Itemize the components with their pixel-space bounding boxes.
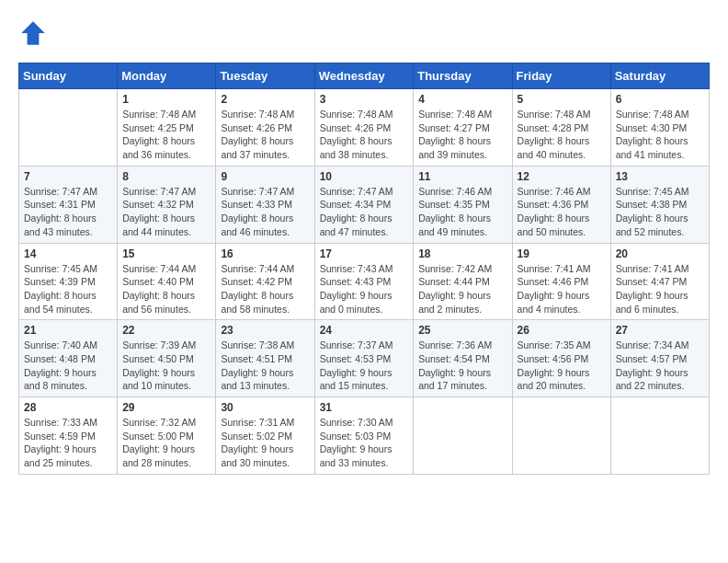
calendar-cell: 23Sunrise: 7:38 AMSunset: 4:51 PMDayligh… [216, 320, 314, 397]
day-info: Sunrise: 7:40 AMSunset: 4:48 PMDaylight:… [24, 339, 112, 393]
day-number: 1 [122, 93, 210, 106]
calendar-cell: 21Sunrise: 7:40 AMSunset: 4:48 PMDayligh… [19, 320, 118, 397]
calendar-week-2: 7Sunrise: 7:47 AMSunset: 4:31 PMDaylight… [19, 166, 710, 243]
day-info: Sunrise: 7:42 AMSunset: 4:44 PMDaylight:… [418, 262, 506, 316]
calendar-cell: 6Sunrise: 7:48 AMSunset: 4:30 PMDaylight… [610, 89, 709, 167]
calendar-cell: 16Sunrise: 7:44 AMSunset: 4:42 PMDayligh… [216, 243, 314, 320]
day-number: 22 [122, 324, 210, 337]
logo [18, 18, 51, 48]
day-info: Sunrise: 7:46 AMSunset: 4:36 PMDaylight:… [518, 185, 606, 239]
day-number: 15 [122, 247, 210, 260]
page-header [18, 18, 710, 48]
day-info: Sunrise: 7:48 AMSunset: 4:30 PMDaylight:… [616, 108, 704, 162]
day-number: 2 [221, 93, 309, 106]
day-info: Sunrise: 7:30 AMSunset: 5:03 PMDaylight:… [320, 416, 409, 470]
calendar-cell [610, 397, 709, 475]
calendar-cell: 15Sunrise: 7:44 AMSunset: 4:40 PMDayligh… [118, 243, 216, 320]
day-info: Sunrise: 7:41 AMSunset: 4:46 PMDaylight:… [518, 262, 606, 316]
day-info: Sunrise: 7:48 AMSunset: 4:25 PMDaylight:… [122, 108, 210, 162]
calendar-cell: 11Sunrise: 7:46 AMSunset: 4:35 PMDayligh… [414, 166, 512, 243]
day-number: 24 [320, 324, 409, 337]
day-info: Sunrise: 7:48 AMSunset: 4:26 PMDaylight:… [320, 108, 409, 162]
day-number: 12 [518, 170, 606, 183]
day-info: Sunrise: 7:43 AMSunset: 4:43 PMDaylight:… [320, 262, 409, 316]
day-number: 7 [24, 170, 112, 183]
day-number: 30 [221, 401, 309, 414]
calendar-cell: 3Sunrise: 7:48 AMSunset: 4:26 PMDaylight… [314, 89, 414, 167]
day-number: 13 [616, 170, 704, 183]
calendar-cell [512, 397, 610, 475]
calendar-cell: 25Sunrise: 7:36 AMSunset: 4:54 PMDayligh… [414, 320, 512, 397]
day-info: Sunrise: 7:48 AMSunset: 4:26 PMDaylight:… [221, 108, 309, 162]
day-number: 25 [418, 324, 506, 337]
calendar-cell: 18Sunrise: 7:42 AMSunset: 4:44 PMDayligh… [414, 243, 512, 320]
day-info: Sunrise: 7:45 AMSunset: 4:39 PMDaylight:… [24, 262, 112, 316]
calendar-cell: 2Sunrise: 7:48 AMSunset: 4:26 PMDaylight… [216, 89, 314, 167]
day-info: Sunrise: 7:32 AMSunset: 5:00 PMDaylight:… [122, 416, 210, 470]
day-info: Sunrise: 7:34 AMSunset: 4:57 PMDaylight:… [616, 339, 704, 393]
day-number: 5 [518, 93, 606, 106]
weekday-header-sunday: Sunday [19, 63, 118, 89]
day-info: Sunrise: 7:41 AMSunset: 4:47 PMDaylight:… [616, 262, 704, 316]
day-number: 31 [320, 401, 409, 414]
calendar-cell: 4Sunrise: 7:48 AMSunset: 4:27 PMDaylight… [414, 89, 512, 167]
day-info: Sunrise: 7:47 AMSunset: 4:33 PMDaylight:… [221, 185, 309, 239]
day-number: 8 [122, 170, 210, 183]
day-number: 26 [518, 324, 606, 337]
day-number: 14 [24, 247, 112, 260]
calendar-week-3: 14Sunrise: 7:45 AMSunset: 4:39 PMDayligh… [19, 243, 710, 320]
weekday-header-wednesday: Wednesday [314, 63, 414, 89]
day-info: Sunrise: 7:45 AMSunset: 4:38 PMDaylight:… [616, 185, 704, 239]
calendar-cell: 12Sunrise: 7:46 AMSunset: 4:36 PMDayligh… [512, 166, 610, 243]
day-number: 23 [221, 324, 309, 337]
day-number: 29 [122, 401, 210, 414]
day-info: Sunrise: 7:37 AMSunset: 4:53 PMDaylight:… [320, 339, 409, 393]
day-number: 3 [320, 93, 409, 106]
day-info: Sunrise: 7:31 AMSunset: 5:02 PMDaylight:… [221, 416, 309, 470]
weekday-header-friday: Friday [512, 63, 610, 89]
calendar-cell: 13Sunrise: 7:45 AMSunset: 4:38 PMDayligh… [610, 166, 709, 243]
day-number: 20 [616, 247, 704, 260]
weekday-header-row: SundayMondayTuesdayWednesdayThursdayFrid… [19, 63, 710, 89]
day-info: Sunrise: 7:46 AMSunset: 4:35 PMDaylight:… [418, 185, 506, 239]
calendar-week-4: 21Sunrise: 7:40 AMSunset: 4:48 PMDayligh… [19, 320, 710, 397]
calendar-week-1: 1Sunrise: 7:48 AMSunset: 4:25 PMDaylight… [19, 89, 710, 167]
calendar-cell: 9Sunrise: 7:47 AMSunset: 4:33 PMDaylight… [216, 166, 314, 243]
day-number: 10 [320, 170, 409, 183]
day-info: Sunrise: 7:36 AMSunset: 4:54 PMDaylight:… [418, 339, 506, 393]
calendar-cell: 30Sunrise: 7:31 AMSunset: 5:02 PMDayligh… [216, 397, 314, 475]
day-number: 28 [24, 401, 112, 414]
day-info: Sunrise: 7:48 AMSunset: 4:28 PMDaylight:… [518, 108, 606, 162]
day-number: 16 [221, 247, 309, 260]
day-info: Sunrise: 7:39 AMSunset: 4:50 PMDaylight:… [122, 339, 210, 393]
calendar-cell: 31Sunrise: 7:30 AMSunset: 5:03 PMDayligh… [314, 397, 414, 475]
calendar-week-5: 28Sunrise: 7:33 AMSunset: 4:59 PMDayligh… [19, 397, 710, 475]
day-info: Sunrise: 7:48 AMSunset: 4:27 PMDaylight:… [418, 108, 506, 162]
day-number: 18 [418, 247, 506, 260]
calendar-cell: 26Sunrise: 7:35 AMSunset: 4:56 PMDayligh… [512, 320, 610, 397]
day-number: 27 [616, 324, 704, 337]
weekday-header-thursday: Thursday [414, 63, 512, 89]
calendar-cell: 7Sunrise: 7:47 AMSunset: 4:31 PMDaylight… [19, 166, 118, 243]
calendar-cell: 14Sunrise: 7:45 AMSunset: 4:39 PMDayligh… [19, 243, 118, 320]
logo-icon [18, 18, 48, 48]
day-info: Sunrise: 7:44 AMSunset: 4:40 PMDaylight:… [122, 262, 210, 316]
day-info: Sunrise: 7:33 AMSunset: 4:59 PMDaylight:… [24, 416, 112, 470]
calendar-cell: 28Sunrise: 7:33 AMSunset: 4:59 PMDayligh… [19, 397, 118, 475]
calendar-cell: 1Sunrise: 7:48 AMSunset: 4:25 PMDaylight… [118, 89, 216, 167]
calendar-cell: 10Sunrise: 7:47 AMSunset: 4:34 PMDayligh… [314, 166, 414, 243]
day-number: 4 [418, 93, 506, 106]
weekday-header-monday: Monday [118, 63, 216, 89]
day-number: 11 [418, 170, 506, 183]
calendar-table: SundayMondayTuesdayWednesdayThursdayFrid… [18, 63, 710, 475]
calendar-cell: 27Sunrise: 7:34 AMSunset: 4:57 PMDayligh… [610, 320, 709, 397]
day-info: Sunrise: 7:47 AMSunset: 4:34 PMDaylight:… [320, 185, 409, 239]
calendar-cell [414, 397, 512, 475]
calendar-cell: 20Sunrise: 7:41 AMSunset: 4:47 PMDayligh… [610, 243, 709, 320]
svg-marker-0 [21, 21, 45, 45]
day-number: 19 [518, 247, 606, 260]
day-number: 17 [320, 247, 409, 260]
day-info: Sunrise: 7:47 AMSunset: 4:31 PMDaylight:… [24, 185, 112, 239]
day-info: Sunrise: 7:44 AMSunset: 4:42 PMDaylight:… [221, 262, 309, 316]
weekday-header-saturday: Saturday [610, 63, 709, 89]
